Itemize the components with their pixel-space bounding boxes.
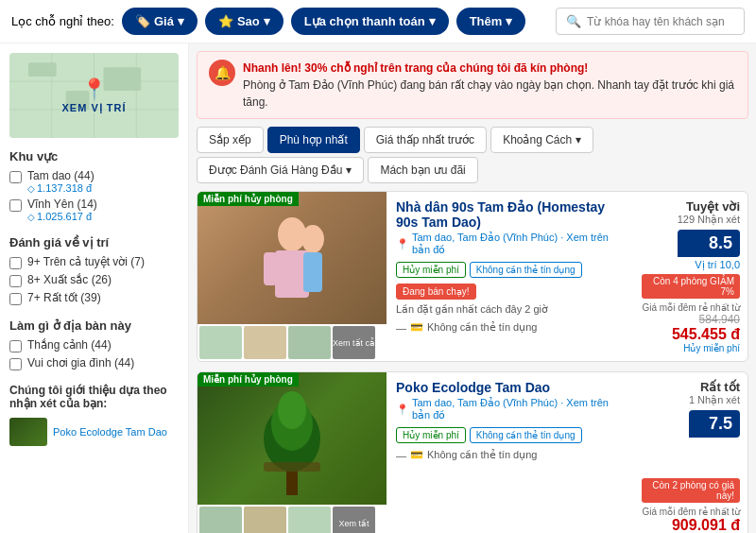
checkbox-family[interactable]	[9, 358, 22, 370]
hotel-info-1: Nhà dân 90s Tam Đảo (Homestay 90s Tam Da…	[387, 192, 634, 361]
filter-item-7plus[interactable]: 7+ Rất tốt (39)	[9, 291, 179, 305]
score-badge-1: 8.5	[678, 230, 740, 257]
hotel-thumb-1b[interactable]	[244, 326, 286, 359]
card-icon: 💳	[410, 321, 423, 334]
filter-item-9plus[interactable]: 9+ Trên cả tuyệt vời (7)	[9, 255, 179, 269]
chevron-down-icon: ▾	[178, 14, 184, 28]
8plus-label: 8+ Xuất sắc (26)	[27, 273, 112, 286]
sidebar-section-area: Khu vực Tam dao (44) 1.137.318 đ Vĩnh Yê…	[9, 149, 179, 222]
checkbox-7plus[interactable]	[9, 293, 22, 305]
no-card-2: 💳 Không cần thẻ tín dụng	[396, 449, 625, 461]
filter-item-vinhyen[interactable]: Vĩnh Yên (14) 1.025.617 đ	[9, 198, 179, 222]
sidebar: 📍 XEM VỊ TRÍ Khu vực Tam dao (44) 1.137.…	[0, 43, 189, 533]
hotel-location-2[interactable]: 📍 Tam dao, Tam Đảo (Vĩnh Phúc) · Xem trê…	[396, 397, 625, 421]
star-icon: ⭐	[218, 14, 233, 28]
hotel-tags-2: Hủy miễn phí Không cần thẻ tín dụng	[396, 427, 625, 443]
user-rec-title: Chúng tôi giới thiệu dựa theo nhận xét c…	[9, 384, 179, 410]
tag-free-cancel-2: Hủy miễn phí	[396, 427, 466, 443]
hotel-photo-1[interactable]	[198, 192, 387, 324]
main-container: 📍 XEM VỊ TRÍ Khu vực Tam dao (44) 1.137.…	[0, 43, 756, 533]
final-price-1[interactable]: 545.455 đ	[642, 326, 740, 343]
filter-item-family[interactable]: Vui chơi gia đình (44)	[9, 356, 179, 370]
score-location-1: Vị trí 10,0	[678, 259, 740, 271]
svg-point-9	[278, 217, 306, 251]
hotel-name-1[interactable]: Nhà dân 90s Tam Đảo (Homestay 90s Tam Da…	[396, 199, 625, 230]
search-bar[interactable]: 🔍	[556, 8, 745, 35]
sort-tab-price[interactable]: Giá thấp nhất trước	[364, 127, 487, 153]
filter-price-btn[interactable]: 🏷️ Giá ▾	[122, 8, 198, 35]
hotel-tags-1: Hủy miễn phí Không cần thẻ tín dụng	[396, 262, 625, 278]
hotel-thumbs-2: Xem tất	[198, 505, 387, 533]
checkbox-sightseeing[interactable]	[9, 340, 22, 352]
hotel-thumb-2a[interactable]	[199, 507, 242, 533]
hotel-thumbs-1: Xem tất cả	[198, 324, 387, 361]
rec-item[interactable]: Poko Ecolodge Tam Dao	[9, 418, 179, 446]
section-title-activity: Làm gì ở địa bàn này	[9, 318, 179, 333]
svg-point-13	[301, 225, 324, 253]
hotel-main-img-1: Miễn phí hủy phòng	[198, 192, 387, 324]
sort-tab-default[interactable]: Sắp xếp	[197, 127, 264, 153]
map-box[interactable]: 📍 XEM VỊ TRÍ	[9, 53, 179, 138]
chevron-down-icon: ▾	[429, 14, 436, 28]
score-badge-2: 7.5	[689, 410, 740, 438]
search-icon: 🔍	[566, 14, 581, 28]
alert-text: Nhanh lên! 30% chỗ nghỉ trên trang của c…	[243, 60, 736, 111]
view-all-btn-2[interactable]: Xem tất	[333, 507, 375, 533]
map-label: XEM VỊ TRÍ	[61, 102, 126, 114]
filter-more-btn[interactable]: Thêm ▾	[456, 8, 526, 35]
hotel-images-1: Miễn phí hủy phòng	[198, 192, 387, 361]
filter-item-sightseeing[interactable]: Thắng cảnh (44)	[9, 338, 179, 352]
map-pin-icon: 📍	[81, 77, 107, 102]
alert-icon: 🔔	[209, 60, 235, 86]
hotel-name-2[interactable]: Poko Ecolodge Tam Dao	[396, 380, 625, 395]
hotel-card-1: Miễn phí hủy phòng	[197, 191, 748, 362]
filter-item-8plus[interactable]: 8+ Xuất sắc (26)	[9, 273, 179, 287]
final-price-2[interactable]: 909.091 đ	[642, 517, 740, 533]
hotel-thumb-2b[interactable]	[244, 507, 286, 533]
checkbox-tamdao[interactable]	[9, 171, 22, 183]
9plus-label: 9+ Trên cả tuyệt vời (7)	[27, 255, 145, 268]
checkbox-9plus[interactable]	[9, 257, 22, 269]
sort-tab-distance[interactable]: Khoảng Cách ▾	[490, 127, 593, 153]
no-card-1: 💳 Không cần thẻ tín dụng	[396, 321, 625, 334]
filter-bar: Lọc chỗ nghỉ theo: 🏷️ Giá ▾ ⭐ Sao ▾ Lựa …	[0, 0, 756, 43]
tag-hot-1: Đang bán chạy!	[396, 284, 476, 300]
checkbox-vinhyen[interactable]	[9, 199, 22, 212]
filter-item-tamdao[interactable]: Tam dao (44) 1.137.318 đ	[9, 169, 179, 194]
sidebar-user-rec: Chúng tôi giới thiệu dựa theo nhận xét c…	[9, 384, 179, 446]
filter-star-btn[interactable]: ⭐ Sao ▾	[205, 8, 284, 35]
discount-note-2: Giá mỗi đêm rẻ nhất từ	[642, 507, 740, 517]
filter-payment-btn[interactable]: Lựa chọn thanh toán ▾	[291, 8, 449, 35]
discount-section-2: Còn 2 phòng có giá này! Giá mỗi đêm rẻ n…	[642, 478, 740, 533]
hotel-score-2: Rất tốt 1 Nhận xét 7.5 Còn 2 phòng có gi…	[634, 372, 747, 533]
discount-note-1: Giá mỗi đêm rẻ nhất từ	[642, 302, 740, 313]
score-count-2: 1 Nhận xét	[689, 394, 740, 406]
hotel-thumb-1a[interactable]	[199, 326, 242, 359]
discount-section-1: Còn 4 phòng GIẢM 7% Giá mỗi đêm rẻ nhất …	[642, 274, 740, 353]
sort-tab-best[interactable]: Phù hợp nhất	[267, 127, 360, 153]
hotel-main-img-2: Miễn phí hủy phòng	[198, 372, 387, 505]
checkbox-8plus[interactable]	[9, 275, 22, 287]
hotel-thumb-1c[interactable]	[288, 326, 331, 359]
hotel-location-1[interactable]: 📍 Tam dao, Tam Đảo (Vĩnh Phúc) · Xem trê…	[396, 232, 625, 256]
chevron-icon: ▾	[576, 133, 581, 146]
sort-tab-deals[interactable]: Mách bạn ưu đãi	[368, 157, 477, 183]
rec-name: Poko Ecolodge Tam Dao	[53, 426, 167, 438]
discount-badge-2: Còn 2 phòng có giá này!	[642, 478, 740, 503]
location-pin-icon: 📍	[396, 238, 409, 250]
price-tag-icon: 🏷️	[135, 14, 150, 28]
vinhyen-price: 1.025.617 đ	[27, 211, 97, 222]
search-input[interactable]	[587, 15, 734, 28]
section-title-area: Khu vực	[9, 149, 179, 163]
chevron-down-icon: ▾	[506, 14, 512, 28]
rec-thumb	[9, 418, 47, 446]
sort-tab-top[interactable]: Được Đánh Giá Hàng Đầu ▾	[197, 157, 364, 183]
vinhyen-label: Vĩnh Yên (14)	[27, 198, 97, 211]
view-all-btn-1[interactable]: Xem tất cả	[333, 326, 375, 359]
hotel-thumb-2c[interactable]	[288, 507, 331, 533]
tag-free-cancel-1: Hủy miễn phí	[396, 262, 466, 278]
hotel-photo-2[interactable]	[198, 372, 387, 505]
location-pin-icon-2: 📍	[396, 404, 409, 416]
filter-label: Lọc chỗ nghỉ theo:	[11, 14, 114, 28]
tag-no-card-1: Không cần thẻ tín dụng	[470, 262, 582, 278]
